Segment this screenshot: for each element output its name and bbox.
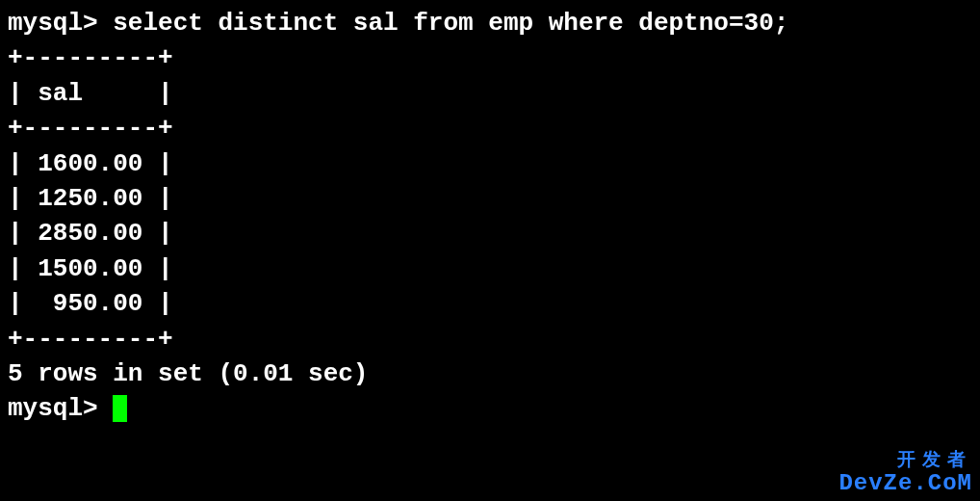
prompt-line[interactable]: mysql> (8, 391, 972, 426)
query-line: mysql> select distinct sal from emp wher… (8, 6, 972, 40)
table-row: | 1600.00 | (8, 146, 972, 181)
table-border-bottom: +---------+ (8, 322, 972, 356)
table-row: | 950.00 | (8, 286, 972, 321)
watermark: 开发者 DevZe.CoM (838, 452, 972, 495)
result-summary: 5 rows in set (0.01 sec) (8, 356, 972, 391)
table-row: | 1500.00 | (8, 251, 972, 286)
table-border-mid: +---------+ (8, 111, 972, 145)
cursor-icon (113, 395, 127, 422)
mysql-prompt: mysql> (8, 9, 113, 38)
watermark-bottom: DevZe.CoM (838, 471, 972, 495)
watermark-top: 开发者 (838, 452, 972, 471)
sql-query: select distinct sal from emp where deptn… (113, 9, 788, 38)
table-row: | 1250.00 | (8, 181, 972, 216)
table-border-top: +---------+ (8, 40, 972, 75)
table-row: | 2850.00 | (8, 216, 972, 250)
mysql-prompt: mysql> (8, 394, 113, 423)
table-header: | sal | (8, 76, 972, 111)
